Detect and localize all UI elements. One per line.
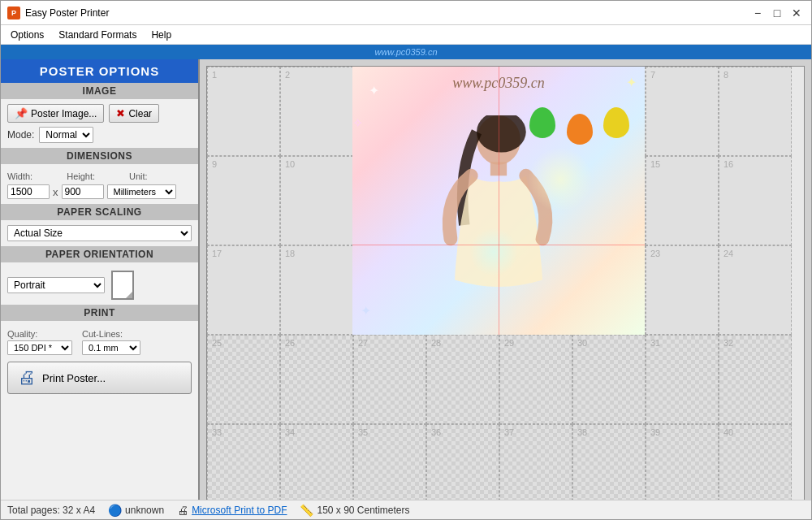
cutlines-select[interactable]: None 0.1 mm 0.5 mm 1.0 mm [82, 340, 140, 355]
dim-row: x Millimeters Centimeters Inches [7, 184, 192, 199]
grid-cell: 6 [572, 67, 646, 156]
width-label: Width: [7, 171, 32, 181]
grid-cell: 35 [353, 424, 426, 500]
grid-cell: 36 [426, 424, 499, 500]
height-label: Height: [67, 171, 95, 181]
printer-name[interactable]: Microsoft Print to PDF [192, 505, 287, 516]
grid-cell: 13 [499, 156, 572, 245]
grid-cell: 30 [572, 335, 646, 424]
times-sign: x [53, 186, 58, 198]
quality-label: Quality: [7, 329, 72, 339]
dimensions-text: 150 x 90 Centimeters [317, 505, 409, 516]
image-section: 📌 Poster Image... ✖ Clear Mode: Normal T… [1, 99, 198, 148]
cutlines-label: Cut-Lines: [82, 329, 140, 339]
grid-cell: 40 [719, 424, 792, 500]
print-section: Quality: 72 DPI 100 DPI 150 DPI * 200 DP… [1, 321, 198, 399]
menu-standard-formats[interactable]: Standard Formats [52, 28, 143, 42]
grid-cell: 8 [719, 67, 792, 156]
grid-cell: 28 [426, 335, 499, 424]
grid-cell: 24 [719, 245, 792, 335]
paper-scaling-section-header: PAPER SCALING [1, 204, 198, 220]
status-printer: 🖨 Microsoft Print to PDF [177, 504, 287, 517]
quality-group: Quality: 72 DPI 100 DPI 150 DPI * 200 DP… [7, 329, 72, 355]
print-poster-label: Print Poster... [42, 372, 106, 384]
mode-label: Mode: [7, 129, 34, 141]
quality-select[interactable]: 72 DPI 100 DPI 150 DPI * 200 DPI 300 DPI [7, 340, 72, 355]
grid-cell: 17 [207, 245, 280, 335]
dim-labels: Width: Height: Unit: [7, 171, 192, 181]
mode-row: Mode: Normal Tile Stretch [7, 127, 192, 143]
grid-cell: 12 [426, 156, 499, 245]
menu-help[interactable]: Help [145, 28, 178, 42]
grid-cell: 10 [280, 156, 353, 245]
image-section-header: IMAGE [1, 83, 198, 99]
grid-cell: 2 [280, 67, 353, 156]
image-btn-row: 📌 Poster Image... ✖ Clear [7, 104, 192, 123]
status-unknown: 🔵 unknown [108, 504, 164, 517]
clear-label: Clear [128, 108, 152, 119]
poster-image-button[interactable]: 📌 Poster Image... [7, 104, 104, 123]
close-button[interactable]: ✕ [788, 5, 805, 21]
window-controls: − □ ✕ [749, 5, 805, 21]
printer-status-icon: 🖨 [177, 504, 188, 517]
clear-icon: ✖ [116, 107, 125, 119]
printer-icon: 🖨 [18, 367, 36, 388]
width-input[interactable] [7, 184, 50, 199]
total-pages-text: Total pages: 32 x A4 [7, 505, 95, 516]
unknown-icon: 🔵 [108, 504, 122, 517]
grid-cell: 15 [646, 156, 719, 245]
main-content: POSTER OPTIONS IMAGE 📌 Poster Image... ✖… [1, 59, 811, 500]
grid-cell: 20 [426, 245, 499, 335]
poster-image-label: Poster Image... [31, 108, 97, 119]
grid-cell: 21 [499, 245, 572, 335]
mode-select[interactable]: Normal Tile Stretch [39, 127, 93, 143]
cutlines-group: Cut-Lines: None 0.1 mm 0.5 mm 1.0 mm [82, 329, 140, 355]
poster-icon: 📌 [15, 107, 28, 119]
print-row: Quality: 72 DPI 100 DPI 150 DPI * 200 DP… [7, 329, 192, 355]
height-input[interactable] [62, 184, 104, 199]
grid-cell: 7 [646, 67, 719, 156]
dimensions-icon: 📏 [300, 504, 313, 517]
maximize-button[interactable]: □ [769, 5, 785, 21]
grid-cell: 23 [646, 245, 719, 335]
grid-cell: 31 [646, 335, 719, 424]
watermark-bar: www.pc0359.cn [1, 45, 811, 59]
orientation-preview [111, 271, 134, 300]
grid-cell: 5 [499, 67, 572, 156]
paper-scaling-select[interactable]: Actual Size Fit to Page Custom [7, 225, 192, 241]
status-total-pages: Total pages: 32 x A4 [7, 505, 95, 516]
unknown-text: unknown [125, 505, 164, 516]
clear-button[interactable]: ✖ Clear [109, 104, 159, 123]
menu-options[interactable]: Options [4, 28, 50, 42]
grid-cell: 32 [719, 335, 792, 424]
paper-orientation-section: Portrait Landscape [1, 262, 198, 305]
grid-cell: 39 [646, 424, 719, 500]
status-bar: Total pages: 32 x A4 🔵 unknown 🖨 Microso… [1, 500, 811, 519]
grid-cell: 33 [207, 424, 280, 500]
canvas-area[interactable]: 1234567891011121314151617181920212223242… [200, 59, 811, 500]
grid-cell: 27 [353, 335, 426, 424]
grid-cell: 29 [499, 335, 572, 424]
orientation-row: Portrait Landscape [7, 271, 192, 300]
grid-cell: 34 [280, 424, 353, 500]
dimensions-section-header: DIMENSIONS [1, 148, 198, 164]
grid-cell: 18 [280, 245, 353, 335]
title-bar-left: P Easy Poster Printer [7, 6, 109, 20]
dimensions-section: Width: Height: Unit: x Millimeters Centi… [1, 164, 198, 204]
minimize-button[interactable]: − [749, 5, 766, 21]
paper-orientation-section-header: PAPER ORIENTATION [1, 246, 198, 262]
poster-canvas: 1234567891011121314151617181920212223242… [206, 66, 805, 500]
grid-cell: 9 [207, 156, 280, 245]
unit-label: Unit: [129, 171, 148, 181]
grid-cell: 4 [426, 67, 499, 156]
poster-grid: 1234567891011121314151617181920212223242… [206, 66, 805, 500]
print-poster-button[interactable]: 🖨 Print Poster... [7, 362, 192, 394]
grid-cell: 37 [499, 424, 572, 500]
unit-select[interactable]: Millimeters Centimeters Inches [107, 184, 176, 199]
grid-cell: 11 [353, 156, 426, 245]
watermark-text: www.pc0359.cn [374, 47, 437, 57]
grid-cell: 38 [572, 424, 646, 500]
left-panel: POSTER OPTIONS IMAGE 📌 Poster Image... ✖… [1, 59, 200, 500]
grid-cell: 16 [719, 156, 792, 245]
orientation-select[interactable]: Portrait Landscape [7, 277, 105, 293]
